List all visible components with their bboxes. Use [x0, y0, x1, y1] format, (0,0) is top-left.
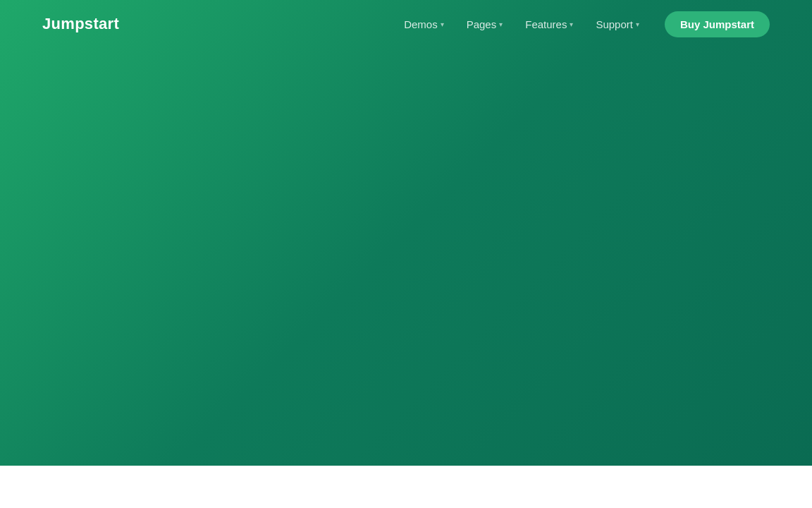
logo: Jumpstart [42, 15, 119, 33]
chevron-down-icon: ▾ [636, 20, 639, 28]
nav-links: Demos ▾ Pages ▾ Features ▾ Support ▾ Buy… [395, 11, 770, 37]
navbar: Jumpstart Demos ▾ Pages ▾ Features ▾ Sup… [0, 0, 812, 48]
nav-item-features[interactable]: Features ▾ [517, 14, 582, 35]
nav-item-demos[interactable]: Demos ▾ [395, 14, 453, 35]
nav-item-pages[interactable]: Pages ▾ [458, 14, 512, 35]
chevron-down-icon: ▾ [570, 20, 573, 28]
chevron-down-icon: ▾ [499, 20, 503, 28]
white-section [0, 466, 812, 508]
chevron-down-icon: ▾ [441, 20, 444, 28]
buy-button[interactable]: Buy Jumpstart [665, 11, 770, 37]
nav-item-support[interactable]: Support ▾ [587, 14, 648, 35]
